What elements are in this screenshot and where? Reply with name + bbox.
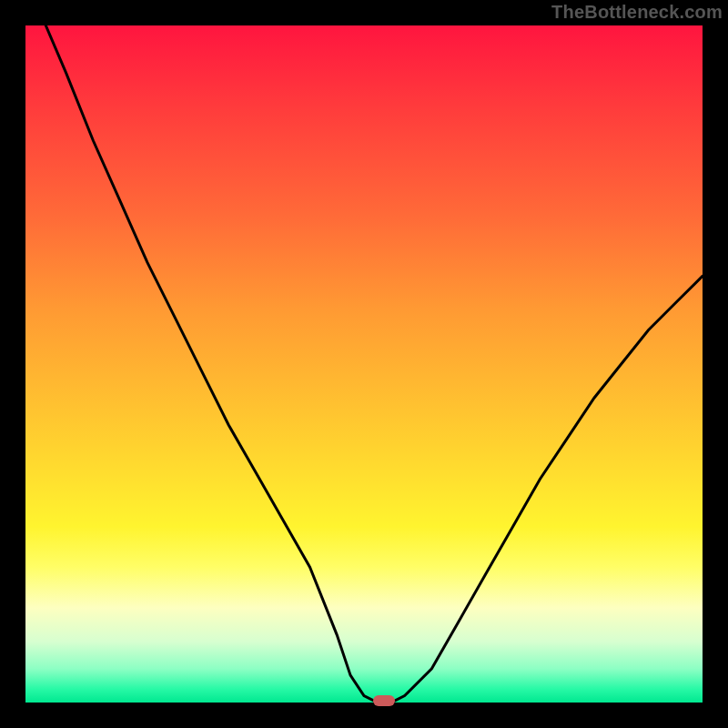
bottleneck-curve	[25, 25, 703, 703]
optimal-marker	[373, 695, 395, 706]
chart-frame: TheBottleneck.com	[0, 0, 728, 728]
curve-path	[46, 25, 703, 703]
attribution-label: TheBottleneck.com	[551, 2, 723, 23]
